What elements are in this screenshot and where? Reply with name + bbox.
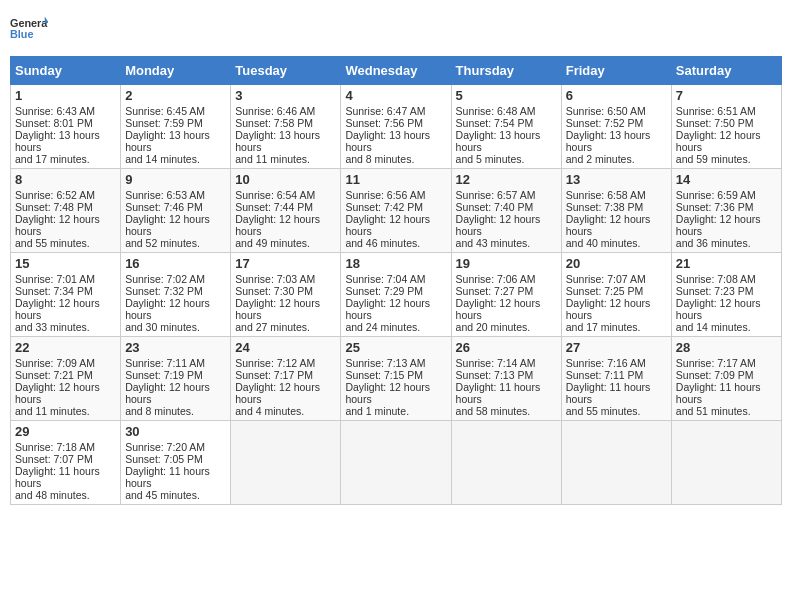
sunrise-info: Sunrise: 6:56 AM bbox=[345, 189, 425, 201]
svg-text:Blue: Blue bbox=[10, 28, 34, 40]
daylight-info: Daylight: 12 hours hours bbox=[676, 129, 761, 153]
daylight-info: Daylight: 12 hours hours bbox=[456, 297, 541, 321]
day-number: 19 bbox=[456, 256, 557, 271]
daylight-minutes: and 14 minutes. bbox=[125, 153, 200, 165]
daylight-minutes: and 52 minutes. bbox=[125, 237, 200, 249]
daylight-minutes: and 48 minutes. bbox=[15, 489, 90, 501]
daylight-info: Daylight: 12 hours hours bbox=[345, 381, 430, 405]
daylight-info: Daylight: 12 hours hours bbox=[15, 213, 100, 237]
daylight-info: Daylight: 13 hours hours bbox=[125, 129, 210, 153]
daylight-minutes: and 46 minutes. bbox=[345, 237, 420, 249]
day-cell-3: 3Sunrise: 6:46 AMSunset: 7:58 PMDaylight… bbox=[231, 85, 341, 169]
daylight-minutes: and 2 minutes. bbox=[566, 153, 635, 165]
day-cell-16: 16Sunrise: 7:02 AMSunset: 7:32 PMDayligh… bbox=[121, 253, 231, 337]
sunset-info: Sunset: 7:42 PM bbox=[345, 201, 423, 213]
daylight-minutes: and 51 minutes. bbox=[676, 405, 751, 417]
col-monday: Monday bbox=[121, 57, 231, 85]
day-number: 26 bbox=[456, 340, 557, 355]
sunset-info: Sunset: 7:52 PM bbox=[566, 117, 644, 129]
day-cell-17: 17Sunrise: 7:03 AMSunset: 7:30 PMDayligh… bbox=[231, 253, 341, 337]
day-number: 3 bbox=[235, 88, 336, 103]
daylight-minutes: and 8 minutes. bbox=[345, 153, 414, 165]
day-number: 16 bbox=[125, 256, 226, 271]
sunrise-info: Sunrise: 7:01 AM bbox=[15, 273, 95, 285]
day-number: 8 bbox=[15, 172, 116, 187]
week-row-5: 29Sunrise: 7:18 AMSunset: 7:07 PMDayligh… bbox=[11, 421, 782, 505]
day-number: 20 bbox=[566, 256, 667, 271]
logo-svg: General Blue bbox=[10, 10, 48, 48]
day-cell-12: 12Sunrise: 6:57 AMSunset: 7:40 PMDayligh… bbox=[451, 169, 561, 253]
sunset-info: Sunset: 7:56 PM bbox=[345, 117, 423, 129]
sunrise-info: Sunrise: 6:53 AM bbox=[125, 189, 205, 201]
day-number: 28 bbox=[676, 340, 777, 355]
day-number: 22 bbox=[15, 340, 116, 355]
sunrise-info: Sunrise: 7:08 AM bbox=[676, 273, 756, 285]
sunrise-info: Sunrise: 6:59 AM bbox=[676, 189, 756, 201]
daylight-minutes: and 4 minutes. bbox=[235, 405, 304, 417]
sunset-info: Sunset: 7:07 PM bbox=[15, 453, 93, 465]
day-cell-14: 14Sunrise: 6:59 AMSunset: 7:36 PMDayligh… bbox=[671, 169, 781, 253]
daylight-info: Daylight: 12 hours hours bbox=[125, 297, 210, 321]
sunrise-info: Sunrise: 6:43 AM bbox=[15, 105, 95, 117]
sunset-info: Sunset: 7:09 PM bbox=[676, 369, 754, 381]
sunset-info: Sunset: 7:23 PM bbox=[676, 285, 754, 297]
week-row-3: 15Sunrise: 7:01 AMSunset: 7:34 PMDayligh… bbox=[11, 253, 782, 337]
day-cell-8: 8Sunrise: 6:52 AMSunset: 7:48 PMDaylight… bbox=[11, 169, 121, 253]
page-header: General Blue bbox=[10, 10, 782, 48]
sunset-info: Sunset: 7:46 PM bbox=[125, 201, 203, 213]
day-cell-1: 1Sunrise: 6:43 AMSunset: 8:01 PMDaylight… bbox=[11, 85, 121, 169]
day-cell-9: 9Sunrise: 6:53 AMSunset: 7:46 PMDaylight… bbox=[121, 169, 231, 253]
day-number: 2 bbox=[125, 88, 226, 103]
daylight-minutes: and 20 minutes. bbox=[456, 321, 531, 333]
empty-cell-4-5 bbox=[561, 421, 671, 505]
daylight-minutes: and 17 minutes. bbox=[15, 153, 90, 165]
daylight-minutes: and 17 minutes. bbox=[566, 321, 641, 333]
day-cell-11: 11Sunrise: 6:56 AMSunset: 7:42 PMDayligh… bbox=[341, 169, 451, 253]
sunrise-info: Sunrise: 6:58 AM bbox=[566, 189, 646, 201]
sunset-info: Sunset: 7:36 PM bbox=[676, 201, 754, 213]
day-number: 24 bbox=[235, 340, 336, 355]
sunrise-info: Sunrise: 7:07 AM bbox=[566, 273, 646, 285]
daylight-minutes: and 55 minutes. bbox=[15, 237, 90, 249]
daylight-minutes: and 33 minutes. bbox=[15, 321, 90, 333]
day-cell-20: 20Sunrise: 7:07 AMSunset: 7:25 PMDayligh… bbox=[561, 253, 671, 337]
daylight-minutes: and 27 minutes. bbox=[235, 321, 310, 333]
week-row-1: 1Sunrise: 6:43 AMSunset: 8:01 PMDaylight… bbox=[11, 85, 782, 169]
daylight-info: Daylight: 13 hours hours bbox=[15, 129, 100, 153]
daylight-info: Daylight: 12 hours hours bbox=[345, 213, 430, 237]
day-cell-28: 28Sunrise: 7:17 AMSunset: 7:09 PMDayligh… bbox=[671, 337, 781, 421]
daylight-minutes: and 11 minutes. bbox=[15, 405, 90, 417]
daylight-minutes: and 30 minutes. bbox=[125, 321, 200, 333]
sunrise-info: Sunrise: 6:45 AM bbox=[125, 105, 205, 117]
sunset-info: Sunset: 7:21 PM bbox=[15, 369, 93, 381]
day-number: 27 bbox=[566, 340, 667, 355]
week-row-4: 22Sunrise: 7:09 AMSunset: 7:21 PMDayligh… bbox=[11, 337, 782, 421]
sunset-info: Sunset: 7:05 PM bbox=[125, 453, 203, 465]
daylight-info: Daylight: 12 hours hours bbox=[235, 297, 320, 321]
day-cell-18: 18Sunrise: 7:04 AMSunset: 7:29 PMDayligh… bbox=[341, 253, 451, 337]
day-cell-24: 24Sunrise: 7:12 AMSunset: 7:17 PMDayligh… bbox=[231, 337, 341, 421]
header-row: Sunday Monday Tuesday Wednesday Thursday… bbox=[11, 57, 782, 85]
daylight-minutes: and 40 minutes. bbox=[566, 237, 641, 249]
daylight-minutes: and 5 minutes. bbox=[456, 153, 525, 165]
sunset-info: Sunset: 7:11 PM bbox=[566, 369, 644, 381]
empty-cell-4-2 bbox=[231, 421, 341, 505]
day-cell-13: 13Sunrise: 6:58 AMSunset: 7:38 PMDayligh… bbox=[561, 169, 671, 253]
daylight-info: Daylight: 12 hours hours bbox=[676, 213, 761, 237]
daylight-info: Daylight: 13 hours hours bbox=[235, 129, 320, 153]
daylight-info: Daylight: 12 hours hours bbox=[345, 297, 430, 321]
day-number: 6 bbox=[566, 88, 667, 103]
day-number: 18 bbox=[345, 256, 446, 271]
calendar-table: Sunday Monday Tuesday Wednesday Thursday… bbox=[10, 56, 782, 505]
sunset-info: Sunset: 7:44 PM bbox=[235, 201, 313, 213]
sunset-info: Sunset: 7:59 PM bbox=[125, 117, 203, 129]
col-wednesday: Wednesday bbox=[341, 57, 451, 85]
sunrise-info: Sunrise: 7:06 AM bbox=[456, 273, 536, 285]
sunset-info: Sunset: 7:19 PM bbox=[125, 369, 203, 381]
day-number: 9 bbox=[125, 172, 226, 187]
day-cell-6: 6Sunrise: 6:50 AMSunset: 7:52 PMDaylight… bbox=[561, 85, 671, 169]
daylight-info: Daylight: 12 hours hours bbox=[125, 213, 210, 237]
daylight-minutes: and 8 minutes. bbox=[125, 405, 194, 417]
daylight-minutes: and 55 minutes. bbox=[566, 405, 641, 417]
daylight-info: Daylight: 12 hours hours bbox=[456, 213, 541, 237]
